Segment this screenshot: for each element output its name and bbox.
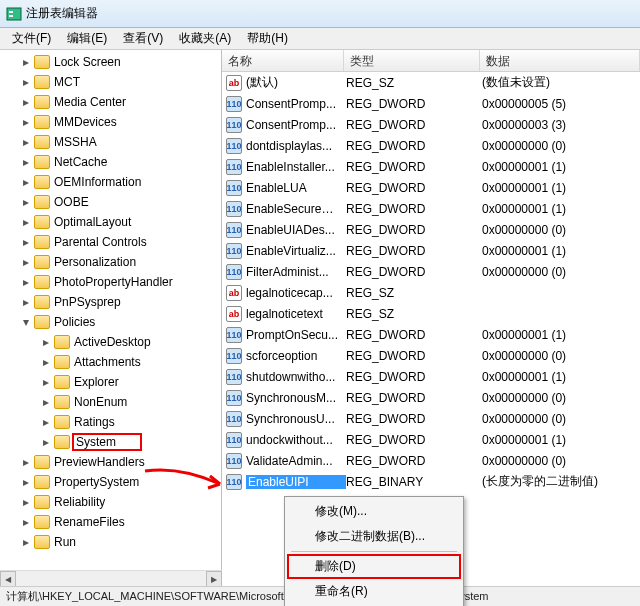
tree-item[interactable]: ▸Lock Screen	[0, 52, 221, 72]
expand-icon[interactable]: ▸	[20, 215, 32, 229]
expand-icon[interactable]: ▸	[40, 375, 52, 389]
expand-icon[interactable]: ▸	[40, 395, 52, 409]
tree-item[interactable]: ▸NetCache	[0, 152, 221, 172]
col-name[interactable]: 名称	[222, 50, 344, 71]
tree-item[interactable]: ▸PnPSysprep	[0, 292, 221, 312]
col-type[interactable]: 类型	[344, 50, 480, 71]
scroll-right-icon[interactable]: ▶	[206, 571, 222, 587]
list-row[interactable]: 110PromptOnSecu...REG_DWORD0x00000001 (1…	[222, 324, 640, 345]
tree-item[interactable]: ▸Explorer	[0, 372, 221, 392]
expand-icon[interactable]: ▸	[40, 355, 52, 369]
tree-item[interactable]: ▸Parental Controls	[0, 232, 221, 252]
ctx-rename[interactable]: 重命名(R)	[287, 579, 461, 604]
expand-icon[interactable]: ▸	[20, 295, 32, 309]
folder-icon	[54, 375, 70, 389]
dword-icon: 110	[226, 327, 242, 343]
expand-icon[interactable]: ▸	[20, 495, 32, 509]
tree-pane[interactable]: ▸Lock Screen▸MCT▸Media Center▸MMDevices▸…	[0, 50, 222, 586]
menu-edit[interactable]: 编辑(E)	[59, 28, 115, 49]
list-row[interactable]: ablegalnoticecap...REG_SZ	[222, 282, 640, 303]
tree-item[interactable]: ▸Attachments	[0, 352, 221, 372]
tree-item-label: NonEnum	[74, 395, 127, 409]
tree-item[interactable]: ▸PreviewHandlers	[0, 452, 221, 472]
expand-icon[interactable]: ▸	[20, 535, 32, 549]
expand-icon[interactable]: ▸	[20, 115, 32, 129]
list-row[interactable]: 110EnableUIPIREG_BINARY(长度为零的二进制值)	[222, 471, 640, 492]
list-row[interactable]: 110EnableInstaller...REG_DWORD0x00000001…	[222, 156, 640, 177]
dword-icon: 110	[226, 474, 242, 490]
folder-icon	[34, 235, 50, 249]
expand-icon[interactable]: ▸	[20, 155, 32, 169]
list-row[interactable]: ab(默认)REG_SZ(数值未设置)	[222, 72, 640, 93]
tree-item[interactable]: ▸Ratings	[0, 412, 221, 432]
regedit-icon	[6, 6, 22, 22]
list-row[interactable]: 110EnableVirtualiz...REG_DWORD0x00000001…	[222, 240, 640, 261]
tree-item-label: Attachments	[74, 355, 141, 369]
cell-data: 0x00000000 (0)	[482, 139, 640, 153]
tree-item[interactable]: ▸Reliability	[0, 492, 221, 512]
dword-icon: 110	[226, 348, 242, 364]
list-row[interactable]: 110EnableSecureU...REG_DWORD0x00000001 (…	[222, 198, 640, 219]
expand-icon[interactable]: ▸	[20, 515, 32, 529]
list-row[interactable]: 110EnableUIADes...REG_DWORD0x00000000 (0…	[222, 219, 640, 240]
tree-item[interactable]: ▸System	[0, 432, 221, 452]
cell-name: legalnoticecap...	[246, 286, 346, 300]
ctx-modify-binary[interactable]: 修改二进制数据(B)...	[287, 524, 461, 549]
expand-icon[interactable]: ▸	[40, 435, 52, 449]
col-data[interactable]: 数据	[480, 50, 640, 71]
expand-icon[interactable]: ▸	[20, 235, 32, 249]
expand-icon[interactable]: ▸	[20, 275, 32, 289]
list-row[interactable]: 110ConsentPromp...REG_DWORD0x00000005 (5…	[222, 93, 640, 114]
list-row[interactable]: 110scforceoptionREG_DWORD0x00000000 (0)	[222, 345, 640, 366]
tree-item[interactable]: ▸MSSHA	[0, 132, 221, 152]
tree-item[interactable]: ▸OEMInformation	[0, 172, 221, 192]
expand-icon[interactable]: ▸	[20, 175, 32, 189]
menu-file[interactable]: 文件(F)	[4, 28, 59, 49]
tree-item[interactable]: ▸OOBE	[0, 192, 221, 212]
cell-type: REG_DWORD	[346, 391, 482, 405]
tree-item[interactable]: ▸ActiveDesktop	[0, 332, 221, 352]
list-row[interactable]: 110ValidateAdmin...REG_DWORD0x00000000 (…	[222, 450, 640, 471]
dword-icon: 110	[226, 96, 242, 112]
tree-item[interactable]: ▸Run	[0, 532, 221, 552]
expand-icon[interactable]: ▸	[20, 135, 32, 149]
expand-icon[interactable]: ▸	[20, 95, 32, 109]
list-row[interactable]: 110shutdownwitho...REG_DWORD0x00000001 (…	[222, 366, 640, 387]
tree-item[interactable]: ▸PropertySystem	[0, 472, 221, 492]
ctx-delete[interactable]: 删除(D)	[287, 554, 461, 579]
expand-icon[interactable]: ▸	[20, 475, 32, 489]
tree-item[interactable]: ▸Personalization	[0, 252, 221, 272]
cell-name: SynchronousU...	[246, 412, 346, 426]
scroll-track[interactable]	[16, 571, 206, 586]
list-row[interactable]: ablegalnoticetextREG_SZ	[222, 303, 640, 324]
list-row[interactable]: 110EnableLUAREG_DWORD0x00000001 (1)	[222, 177, 640, 198]
list-row[interactable]: 110undockwithout...REG_DWORD0x00000001 (…	[222, 429, 640, 450]
scroll-left-icon[interactable]: ◀	[0, 571, 16, 587]
tree-item[interactable]: ▾Policies	[0, 312, 221, 332]
expand-icon[interactable]: ▸	[40, 415, 52, 429]
tree-item[interactable]: ▸OptimalLayout	[0, 212, 221, 232]
tree-item[interactable]: ▸Media Center	[0, 92, 221, 112]
expand-icon[interactable]: ▸	[20, 75, 32, 89]
expand-icon[interactable]: ▾	[20, 315, 32, 329]
tree-item[interactable]: ▸RenameFiles	[0, 512, 221, 532]
list-row[interactable]: 110SynchronousU...REG_DWORD0x00000000 (0…	[222, 408, 640, 429]
tree-item[interactable]: ▸MCT	[0, 72, 221, 92]
menu-help[interactable]: 帮助(H)	[239, 28, 296, 49]
list-row[interactable]: 110dontdisplaylas...REG_DWORD0x00000000 …	[222, 135, 640, 156]
menu-view[interactable]: 查看(V)	[115, 28, 171, 49]
expand-icon[interactable]: ▸	[20, 255, 32, 269]
menu-favorites[interactable]: 收藏夹(A)	[171, 28, 239, 49]
list-row[interactable]: 110ConsentPromp...REG_DWORD0x00000003 (3…	[222, 114, 640, 135]
expand-icon[interactable]: ▸	[40, 335, 52, 349]
tree-item[interactable]: ▸NonEnum	[0, 392, 221, 412]
list-row[interactable]: 110SynchronousM...REG_DWORD0x00000000 (0…	[222, 387, 640, 408]
expand-icon[interactable]: ▸	[20, 195, 32, 209]
tree-hscrollbar[interactable]: ◀ ▶	[0, 570, 222, 586]
expand-icon[interactable]: ▸	[20, 55, 32, 69]
list-row[interactable]: 110FilterAdminist...REG_DWORD0x00000000 …	[222, 261, 640, 282]
ctx-modify[interactable]: 修改(M)...	[287, 499, 461, 524]
tree-item[interactable]: ▸PhotoPropertyHandler	[0, 272, 221, 292]
expand-icon[interactable]: ▸	[20, 455, 32, 469]
tree-item[interactable]: ▸MMDevices	[0, 112, 221, 132]
